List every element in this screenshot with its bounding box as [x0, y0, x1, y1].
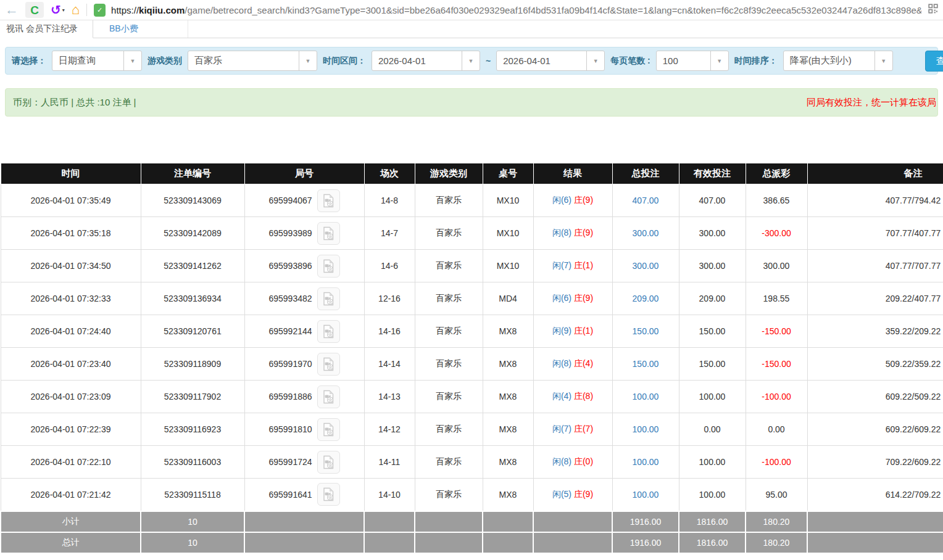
- toolbar-divider: [86, 4, 87, 16]
- cell-payout: -300.00: [746, 217, 807, 250]
- column-header: 备注: [807, 163, 943, 184]
- address-bar[interactable]: ✓ https://kiqiiu.com/game/betrecord_sear…: [94, 4, 938, 17]
- result-player: 闲(9): [552, 326, 571, 336]
- result-banker: 庄(0): [574, 456, 593, 466]
- cell-time: 2026-04-01 07:24:40: [1, 315, 141, 348]
- table-body: 2026-04-01 07:35:49523309143069695994067…: [1, 184, 943, 553]
- video-replay-button[interactable]: [317, 189, 340, 212]
- cell-session: 14-14: [364, 348, 415, 381]
- per-page-value: 100: [657, 51, 710, 70]
- table-row: 2026-04-01 07:21:42523309115118695991641…: [1, 479, 943, 511]
- cell-round-number: 695991886: [244, 381, 364, 413]
- cell-result: 闲(6) 庄(9): [533, 282, 612, 315]
- qr-code-icon[interactable]: [928, 4, 938, 16]
- cell-total-bet: 300.00: [612, 217, 679, 250]
- chevron-down-icon[interactable]: ▼: [462, 51, 480, 70]
- video-replay-button[interactable]: [317, 418, 340, 441]
- sort-label: 时间排序：: [734, 56, 778, 67]
- video-replay-button[interactable]: [317, 483, 340, 506]
- video-replay-button[interactable]: [317, 255, 340, 278]
- shield-icon[interactable]: ✓: [94, 4, 106, 17]
- cell-payout: 386.65: [746, 184, 807, 217]
- cell-remark: 609.22/609.22: [807, 413, 943, 446]
- video-replay-button[interactable]: [317, 287, 340, 310]
- per-page-select[interactable]: 100 ▼: [656, 51, 729, 71]
- summary-payout: 180.20: [746, 532, 807, 553]
- undo-button[interactable]: ↺▾: [51, 4, 65, 16]
- reload-button[interactable]: C: [25, 2, 44, 18]
- video-replay-button[interactable]: [317, 353, 340, 376]
- result-banker: 庄(9): [574, 489, 593, 499]
- cell-session: 14-6: [364, 250, 415, 282]
- total-bet-link[interactable]: 100.00: [633, 490, 659, 500]
- cell-total-bet: 100.00: [612, 413, 679, 446]
- cell-valid-bet: 150.00: [679, 348, 746, 381]
- chevron-down-icon[interactable]: ▼: [123, 51, 141, 70]
- video-replay-button[interactable]: [317, 385, 340, 408]
- cell-game-category: 百家乐: [415, 479, 483, 511]
- sort-select[interactable]: 降幂(由大到小) ▼: [783, 51, 893, 71]
- cell-session: 14-11: [364, 446, 415, 479]
- payout-value: -100.00: [762, 457, 791, 467]
- query-type-select[interactable]: 日期查询 ▼: [52, 51, 142, 71]
- column-header: 有效投注: [679, 163, 746, 184]
- chevron-down-icon[interactable]: ▼: [586, 51, 604, 70]
- table-row: 2026-04-01 07:24:40523309120761695992144…: [1, 315, 943, 348]
- video-replay-button[interactable]: [317, 222, 340, 245]
- result-banker: 庄(1): [574, 260, 593, 270]
- table-header-row: 时间注单编号局号场次游戏类别桌号结果总投注有效投注总派彩备注: [1, 163, 943, 184]
- search-button[interactable]: 查询: [925, 51, 943, 72]
- total-bet-link[interactable]: 100.00: [633, 457, 659, 467]
- url-text[interactable]: https://kiqiiu.com/game/betrecord_search…: [111, 5, 921, 15]
- column-header: 注单编号: [141, 163, 244, 184]
- date-to-select[interactable]: 2026-04-01 ▼: [496, 51, 605, 71]
- table-row: 2026-04-01 07:22:10523309116003695991724…: [1, 446, 943, 479]
- total-bet-link[interactable]: 300.00: [633, 228, 659, 238]
- total-bet-link[interactable]: 150.00: [633, 326, 659, 336]
- date-from-select[interactable]: 2026-04-01 ▼: [372, 51, 480, 71]
- payout-value: 300.00: [763, 261, 790, 271]
- cell-bet-number: 523309136934: [141, 282, 244, 315]
- bet-records-table: 时间注单编号局号场次游戏类别桌号结果总投注有效投注总派彩备注 2026-04-0…: [0, 163, 943, 554]
- total-bet-link[interactable]: 100.00: [633, 392, 659, 401]
- total-bet-link[interactable]: 300.00: [633, 261, 659, 271]
- result-banker: 庄(9): [574, 293, 593, 303]
- cell-table-number: MX10: [483, 217, 533, 250]
- result-player: 闲(7): [552, 260, 571, 270]
- column-header: 总派彩: [746, 163, 807, 184]
- chevron-down-icon[interactable]: ▼: [874, 51, 892, 70]
- cell-game-category: 百家乐: [415, 381, 483, 413]
- video-replay-button[interactable]: [317, 451, 340, 474]
- home-icon[interactable]: ⌂: [72, 3, 80, 17]
- video-replay-icon: [322, 487, 335, 501]
- cell-payout: -100.00: [746, 446, 807, 479]
- cell-result: 闲(8) 庄(4): [533, 348, 612, 381]
- round-number: 695991970: [268, 359, 312, 369]
- total-bet-link[interactable]: 209.00: [633, 294, 659, 303]
- back-icon[interactable]: ←: [5, 3, 19, 17]
- summary-valid-bet: 1816.00: [679, 511, 746, 532]
- summary-count: 10: [141, 511, 244, 532]
- total-bet-link[interactable]: 100.00: [633, 424, 659, 434]
- summary-total-bet: 1916.00: [612, 511, 679, 532]
- cell-remark: 614.22/709.22: [807, 479, 943, 511]
- tab-bb-tips[interactable]: BB小费: [93, 20, 188, 38]
- game-category-select[interactable]: 百家乐 ▼: [188, 51, 317, 71]
- cell-table-number: MX8: [483, 381, 533, 413]
- result-player: 闲(4): [552, 391, 571, 401]
- payout-value: -150.00: [762, 359, 791, 369]
- table-row: 2026-04-01 07:23:09523309117902695991886…: [1, 381, 943, 413]
- total-bet-link[interactable]: 407.00: [633, 196, 659, 205]
- table-row: 2026-04-01 07:32:33523309136934695993482…: [1, 282, 943, 315]
- cell-total-bet: 100.00: [612, 381, 679, 413]
- chevron-down-icon[interactable]: ▼: [710, 51, 728, 70]
- payout-value: -300.00: [762, 228, 791, 238]
- tab-video-bet-records[interactable]: 视讯 会员下注纪录: [0, 20, 93, 38]
- summary-label: 小计: [1, 511, 141, 532]
- video-replay-button[interactable]: [317, 320, 340, 343]
- result-banker: 庄(9): [574, 228, 593, 237]
- cell-game-category: 百家乐: [415, 413, 483, 446]
- total-bet-link[interactable]: 150.00: [633, 359, 659, 369]
- cell-table-number: MX8: [483, 315, 533, 348]
- chevron-down-icon[interactable]: ▼: [299, 51, 317, 70]
